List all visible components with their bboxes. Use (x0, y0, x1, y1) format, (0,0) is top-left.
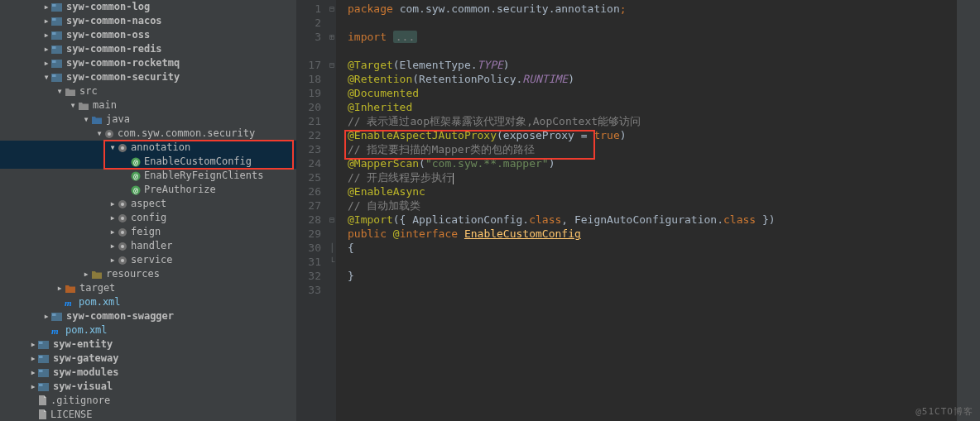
chevron-right-icon[interactable]: ▸ (81, 267, 91, 281)
tree-item-feign[interactable]: ▸feign (0, 225, 296, 239)
right-tool-tabs[interactable] (968, 0, 980, 421)
fold-collapse-icon[interactable]: ⊟ (329, 58, 334, 72)
tree-item-syw-common-rocketmq[interactable]: ▸syw-common-rocketmq (0, 56, 296, 70)
line-number: 21 (296, 114, 336, 128)
chevron-right-icon[interactable]: ▸ (55, 281, 65, 295)
chevron-right-icon[interactable]: ▸ (108, 197, 118, 211)
chevron-right-icon[interactable]: ▸ (108, 239, 118, 253)
mod-icon (38, 354, 50, 364)
chevron-right-icon[interactable]: ▸ (41, 309, 51, 323)
tree-label: pom.xml (79, 295, 121, 309)
tree-item-enableryfeignclients[interactable]: @EnableRyFeignClients (0, 169, 296, 183)
tree-item-syw-common-redis[interactable]: ▸syw-common-redis (0, 42, 296, 56)
chevron-down-icon[interactable]: ▾ (55, 84, 65, 98)
tree-item-config[interactable]: ▸config (0, 211, 296, 225)
line-number: 30│ (296, 241, 336, 255)
chevron-down-icon[interactable]: ▾ (81, 112, 91, 127)
tree-item-com-syw-common-security[interactable]: ▾com.syw.common.security (0, 127, 296, 141)
mod-icon (51, 31, 63, 41)
line-number: 23 (296, 142, 336, 156)
svg-point-29 (121, 245, 124, 248)
chevron-right-icon[interactable]: ▸ (41, 14, 51, 28)
svg-rect-37 (39, 342, 43, 344)
svg-text:@: @ (133, 186, 138, 194)
tree-label: PreAuthorize (144, 183, 216, 197)
mod-icon (51, 17, 63, 26)
svg-text:m: m (51, 326, 59, 336)
mod-icon (51, 312, 63, 322)
tree-item-syw-visual[interactable]: ▸syw-visual (0, 380, 296, 394)
line-number: 29 (296, 227, 336, 241)
code-line: public @interface EnableCustomConfig (348, 227, 957, 241)
tree-item-annotation[interactable]: ▾annotation (0, 141, 296, 155)
srcfolder-icon (91, 115, 103, 125)
tree-item-syw-entity[interactable]: ▸syw-entity (0, 337, 296, 352)
chevron-right-icon[interactable]: ▸ (28, 352, 38, 366)
chevron-right-icon[interactable]: ▸ (108, 211, 118, 225)
fold-collapse-icon[interactable]: ⊟ (329, 2, 334, 16)
line-number: 31└ (296, 255, 336, 269)
tree-label: com.syw.common.security (118, 127, 255, 141)
tree-item-license[interactable]: LICENSE (0, 408, 296, 421)
tree-item-syw-common-swagger[interactable]: ▸syw-common-swagger (0, 309, 296, 323)
tree-item-main[interactable]: ▾main (0, 98, 296, 112)
svg-point-27 (121, 231, 124, 234)
ann-i-icon: @ (131, 157, 141, 167)
line-number: 32 (296, 269, 336, 283)
fold-collapse-icon[interactable]: ⊟ (329, 213, 334, 227)
svg-rect-3 (52, 18, 56, 21)
chevron-down-icon[interactable]: ▾ (108, 141, 118, 155)
tree-item-syw-common-nacos[interactable]: ▸syw-common-nacos (0, 14, 296, 28)
tree-item-target[interactable]: ▸target (0, 281, 296, 295)
chevron-down-icon[interactable]: ▾ (41, 70, 51, 84)
svg-rect-9 (52, 60, 56, 63)
tree-label: EnableCustomConfig (144, 155, 252, 169)
chevron-right-icon[interactable]: ▸ (41, 42, 51, 56)
svg-point-25 (121, 217, 124, 220)
tree-item-aspect[interactable]: ▸aspect (0, 197, 296, 211)
tree-item-resources[interactable]: ▸resources (0, 267, 296, 281)
chevron-right-icon[interactable]: ▸ (108, 225, 118, 239)
tree-item-syw-gateway[interactable]: ▸syw-gateway (0, 352, 296, 366)
tree-item-src[interactable]: ▾src (0, 84, 296, 98)
tree-item-handler[interactable]: ▸handler (0, 239, 296, 253)
tree-label: feign (131, 225, 161, 239)
mod-icon (51, 59, 63, 69)
code-line (348, 255, 957, 269)
tree-label: pom.xml (65, 323, 108, 337)
chevron-right-icon[interactable]: ▸ (41, 0, 51, 14)
mod-icon (51, 45, 63, 55)
code-editor[interactable]: 1⊟23⊞17⊟1819202122232425262728⊟2930│31└3… (296, 0, 968, 421)
folded-region[interactable]: ... (393, 31, 417, 43)
code-line (348, 283, 957, 297)
chevron-down-icon[interactable]: ▾ (94, 127, 104, 141)
line-number: 33 (296, 283, 336, 297)
tree-item--gitignore[interactable]: .gitignore (0, 394, 296, 408)
code-area[interactable]: package com.syw.common.security.annotati… (336, 0, 957, 421)
tree-item-service[interactable]: ▸service (0, 253, 296, 267)
chevron-right-icon[interactable]: ▸ (41, 28, 51, 42)
svg-point-31 (121, 259, 124, 262)
tree-label: java (106, 112, 130, 127)
chevron-right-icon[interactable]: ▸ (28, 337, 38, 352)
fold-expand-icon[interactable]: ⊞ (329, 30, 334, 44)
tree-item-pom-xml[interactable]: mpom.xml (0, 323, 296, 337)
tree-item-syw-common-log[interactable]: ▸syw-common-log (0, 0, 296, 14)
tree-item-syw-common-oss[interactable]: ▸syw-common-oss (0, 28, 296, 42)
chevron-right-icon[interactable]: ▸ (41, 56, 51, 70)
tree-label: syw-visual (53, 380, 113, 394)
tree-label: EnableRyFeignClients (144, 169, 264, 183)
tree-item-preauthorize[interactable]: @PreAuthorize (0, 183, 296, 197)
line-number: 19 (296, 86, 336, 100)
project-tree[interactable]: ▸syw-common-log▸syw-common-nacos▸syw-com… (0, 0, 296, 421)
caret (453, 173, 454, 184)
tree-item-syw-common-security[interactable]: ▾syw-common-security (0, 70, 296, 84)
tree-item-enablecustomconfig[interactable]: @EnableCustomConfig (0, 155, 296, 169)
chevron-right-icon[interactable]: ▸ (28, 366, 38, 380)
chevron-right-icon[interactable]: ▸ (108, 253, 118, 267)
tree-item-pom-xml[interactable]: mpom.xml (0, 295, 296, 309)
tree-item-syw-modules[interactable]: ▸syw-modules (0, 366, 296, 380)
tree-item-java[interactable]: ▾java (0, 112, 296, 127)
chevron-right-icon[interactable]: ▸ (28, 380, 38, 394)
chevron-down-icon[interactable]: ▾ (68, 98, 78, 112)
